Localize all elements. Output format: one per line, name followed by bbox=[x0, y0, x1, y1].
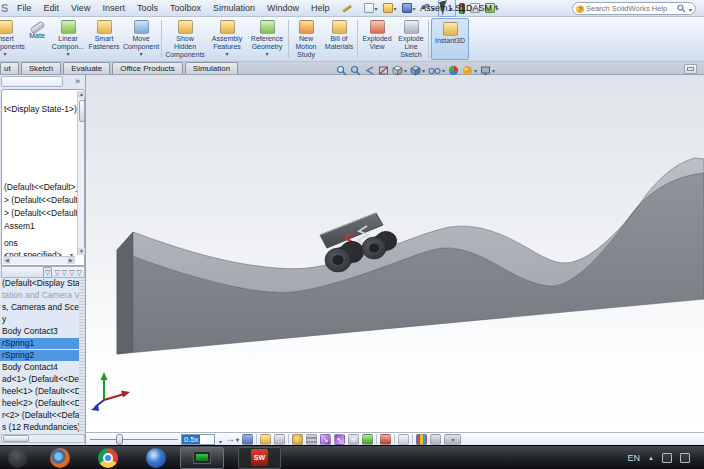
section-view-button[interactable] bbox=[378, 65, 389, 76]
force-icon[interactable]: ↘ bbox=[320, 434, 331, 445]
smart-fasteners-button[interactable]: Smart Fasteners bbox=[86, 17, 122, 61]
scroll-left-icon[interactable]: ◀ bbox=[3, 257, 11, 264]
tab-office-products[interactable]: Office Products bbox=[112, 62, 183, 74]
torque-icon[interactable]: ↖ bbox=[334, 434, 345, 445]
tray-icon[interactable] bbox=[680, 453, 690, 463]
new-document-button[interactable] bbox=[362, 2, 380, 14]
search-input[interactable] bbox=[586, 4, 675, 13]
scroll-up-icon[interactable]: ▲ bbox=[78, 91, 85, 98]
scroll-down-icon[interactable]: ▼ bbox=[78, 248, 85, 255]
insert-components-button[interactable]: Insert Components ▾ bbox=[0, 17, 24, 61]
motion-tree-item-root[interactable]: (Default<Display State-1>) bbox=[0, 278, 79, 289]
panel-bottom-scrollbar[interactable] bbox=[1, 434, 85, 443]
menu-simulation[interactable]: Simulation bbox=[207, 1, 261, 15]
screen-app-taskbar-button[interactable] bbox=[180, 447, 224, 469]
move-component-button[interactable]: Move Component ▾ bbox=[122, 17, 160, 61]
menu-edit[interactable]: Edit bbox=[38, 1, 66, 15]
tray-icon[interactable] bbox=[662, 453, 672, 463]
menu-file[interactable]: File bbox=[11, 1, 38, 15]
graphics-viewport[interactable] bbox=[86, 75, 704, 432]
filter-results-icon[interactable]: ▽ bbox=[77, 268, 82, 277]
tab-evaluate[interactable]: Evaluate bbox=[63, 62, 110, 74]
start-button[interactable] bbox=[8, 448, 28, 468]
contact-icon[interactable] bbox=[380, 434, 391, 445]
view-orientation-button[interactable] bbox=[392, 65, 407, 76]
save-animation-icon[interactable] bbox=[242, 434, 253, 445]
tree-item-component[interactable]: > (Default<<Default>_D bbox=[4, 208, 78, 219]
zoom-to-fit-button[interactable] bbox=[336, 65, 347, 76]
zoom-to-area-button[interactable] bbox=[350, 65, 361, 76]
panel-tab-strip[interactable] bbox=[1, 76, 63, 87]
instant3d-button[interactable]: Instant3D bbox=[431, 18, 469, 60]
solidworks-taskbar-button[interactable]: SW bbox=[238, 447, 281, 469]
new-motion-study-button[interactable]: New Motion Study bbox=[290, 17, 322, 61]
tree-item[interactable]: ons bbox=[4, 238, 78, 249]
tree-item-component[interactable]: Assem1 bbox=[4, 221, 78, 232]
assembly-features-button[interactable]: Assembly Features ▾ bbox=[207, 17, 247, 61]
explode-line-sketch-button[interactable]: Explode Line Sketch bbox=[395, 17, 427, 61]
motion-tree-item-body-contact3[interactable]: Body Contact3 bbox=[0, 326, 79, 337]
menu-help[interactable]: Help bbox=[305, 1, 336, 15]
motion-tree-item-orientation[interactable]: tation and Camera Views bbox=[0, 290, 79, 301]
view-settings-button[interactable] bbox=[480, 65, 495, 76]
scrollbar-thumb[interactable] bbox=[79, 100, 85, 122]
menu-toolbox[interactable]: Toolbox bbox=[164, 1, 207, 15]
mate-button[interactable]: Mate bbox=[24, 17, 50, 61]
save-button[interactable] bbox=[400, 2, 418, 14]
panel-expand-chevron[interactable]: » bbox=[75, 75, 80, 87]
exploded-view-button[interactable]: Exploded View bbox=[359, 17, 395, 61]
results-chart-icon[interactable] bbox=[416, 434, 427, 445]
firefox-taskbar-icon[interactable] bbox=[50, 448, 70, 468]
playback-mode-button[interactable]: → bbox=[225, 434, 239, 445]
filter-icon[interactable]: ▽ bbox=[43, 267, 52, 278]
tab-layout[interactable]: ut bbox=[0, 62, 19, 74]
motion-tree-item-spring2[interactable]: rSpring2 bbox=[0, 350, 79, 361]
language-indicator[interactable]: EN bbox=[628, 453, 641, 463]
viewport-corner-button[interactable] bbox=[684, 64, 697, 74]
tree-item-component[interactable]: > (Default<<Default>_D bbox=[4, 195, 78, 206]
motion-tree-item-road[interactable]: ad<1> (Default<<Default> bbox=[0, 374, 79, 385]
reference-geometry-button[interactable]: Reference Geometry ▾ bbox=[247, 17, 287, 61]
menu-insert[interactable]: Insert bbox=[96, 1, 131, 15]
chrome-taskbar-icon[interactable] bbox=[98, 448, 118, 468]
filter-driving-icon[interactable]: ▽ bbox=[62, 268, 67, 277]
motion-tree-item-gravity[interactable]: y bbox=[0, 314, 79, 325]
motion-tree-item-body-contact4[interactable]: Body Contact4 bbox=[0, 362, 79, 373]
assembly-model[interactable] bbox=[86, 75, 704, 432]
menu-tools[interactable]: Tools bbox=[131, 1, 164, 15]
search-icon[interactable] bbox=[677, 4, 686, 13]
motor-icon[interactable] bbox=[292, 434, 303, 445]
filter-animated-icon[interactable]: ▽ bbox=[54, 268, 59, 277]
results-window-icon[interactable] bbox=[398, 434, 409, 445]
scroll-right-icon[interactable]: ▶ bbox=[67, 257, 75, 264]
motion-tree-item-component[interactable]: r<2> (Default<<Default>_ bbox=[0, 410, 79, 421]
previous-view-button[interactable] bbox=[364, 65, 375, 76]
menu-window[interactable]: Window bbox=[261, 1, 305, 15]
linear-component-pattern-button[interactable]: Linear Compon... ▾ bbox=[50, 17, 86, 61]
menu-view[interactable]: View bbox=[65, 1, 96, 15]
apply-scene-button[interactable] bbox=[462, 65, 477, 76]
animation-wizard-icon[interactable] bbox=[260, 434, 271, 445]
linear-motor-icon[interactable] bbox=[306, 434, 317, 445]
gravity-icon[interactable] bbox=[362, 434, 373, 445]
playback-speed-combo[interactable]: 0.5x bbox=[181, 434, 215, 445]
tab-sketch[interactable]: Sketch bbox=[21, 62, 61, 74]
tree-item-component[interactable]: (Default<<Default>_Di bbox=[4, 182, 78, 193]
motion-tree-item-mates[interactable]: s (12 Redundancies) bbox=[0, 422, 79, 433]
edrawings-taskbar-icon[interactable] bbox=[146, 448, 166, 468]
hide-show-items-button[interactable] bbox=[428, 65, 445, 76]
show-hidden-components-button[interactable]: Show Hidden Components bbox=[163, 17, 207, 61]
motion-properties-icon[interactable] bbox=[430, 434, 441, 445]
search-scope-dropdown[interactable] bbox=[688, 4, 692, 14]
bill-of-materials-button[interactable]: Bill of Materials bbox=[322, 17, 356, 61]
motion-tree-item-wheel1[interactable]: heel<1> (Default<<Defaul bbox=[0, 386, 79, 397]
slider-thumb[interactable] bbox=[116, 434, 123, 445]
show-hidden-icons-button[interactable]: ▲ bbox=[648, 455, 654, 461]
spring-icon[interactable]: ≋ bbox=[348, 434, 359, 445]
edit-appearance-button[interactable] bbox=[448, 65, 459, 76]
scrollbar-thumb[interactable] bbox=[3, 435, 29, 442]
filter-selected-icon[interactable]: ▽ bbox=[69, 268, 74, 277]
tree-item-assembly-root[interactable]: t<Display State-1>) bbox=[4, 104, 78, 115]
timeline-zoom-slider[interactable] bbox=[90, 434, 178, 445]
display-style-button[interactable] bbox=[410, 65, 425, 76]
